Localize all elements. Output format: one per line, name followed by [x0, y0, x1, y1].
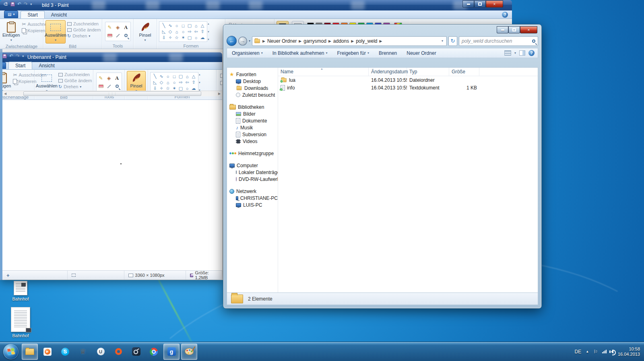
desktop-icon-bahnhof-1[interactable]: Bahnhof [3, 281, 38, 301]
tab-ansicht[interactable]: Ansicht [45, 11, 73, 19]
sidebar-item-videos[interactable]: Videos [229, 138, 278, 145]
search-input[interactable]: poly_weld durchsuchen [459, 36, 538, 46]
burn-button[interactable]: Brennen [374, 48, 402, 58]
taskbar-chrome-icon[interactable] [146, 344, 162, 360]
fill-bucket-icon[interactable]: ◈ [114, 24, 122, 31]
taskbar-explorer-icon[interactable] [22, 344, 38, 360]
shape-polygon-icon[interactable]: ⌂ [193, 23, 199, 29]
shape-line-icon[interactable]: ╲ [152, 73, 158, 79]
shape-speech-oval-icon[interactable]: ○ [193, 35, 199, 41]
shape-diamond-icon[interactable]: ◇ [158, 79, 165, 85]
resize-button[interactable]: Größe ändern [67, 27, 101, 32]
shape-hexagon-icon[interactable]: ○ [180, 29, 186, 35]
breadcrumb-item[interactable]: addons [333, 38, 349, 44]
shape-arrow-up-icon[interactable]: ⇧ [190, 79, 197, 85]
text-tool-icon[interactable]: A [114, 75, 121, 82]
sidebar-section-netzwerk[interactable]: Netzwerk [229, 188, 278, 195]
magnifier-icon[interactable] [114, 83, 121, 90]
column-type[interactable]: Typ [407, 68, 449, 76]
save-icon[interactable] [2, 54, 7, 58]
rotate-button[interactable]: ↻Drehen ▾ [67, 33, 101, 38]
sidebar-item-downloads[interactable]: Downloads [229, 85, 278, 91]
fill-bucket-icon[interactable]: ◈ [105, 75, 113, 82]
taskbar-steam-icon[interactable] [128, 344, 144, 360]
shape-pentagon-icon[interactable]: ⌂ [173, 29, 180, 35]
taskbar-skype-icon[interactable]: S [57, 344, 73, 360]
address-dropdown-icon[interactable]: ▾ [440, 39, 445, 43]
sidebar-item-dokumente[interactable]: Dokumente [229, 117, 278, 124]
shape-rounded-rect-icon[interactable]: ▢ [178, 73, 184, 79]
qat-dropdown-icon[interactable]: ▾ [30, 2, 32, 6]
shape-speech-rect-icon[interactable]: ▢ [186, 35, 193, 41]
text-tool-icon[interactable]: A [122, 24, 130, 31]
tab-start[interactable]: Start [8, 62, 32, 69]
clock[interactable]: 10:58 16.04.2013 [618, 346, 640, 357]
help-icon[interactable]: ? [502, 12, 508, 18]
close-button[interactable]: × [520, 26, 537, 33]
shape-ellipse-icon[interactable]: ○ [165, 73, 171, 79]
sidebar-item-zuletzt-besucht[interactable]: Zuletzt besucht [229, 91, 278, 98]
sidebar-item-bilder[interactable]: Bilder [229, 110, 278, 117]
fill-button[interactable]: Füllen▾ [220, 81, 222, 85]
shape-diamond-icon[interactable]: ◇ [167, 29, 173, 35]
forward-button[interactable]: → [238, 37, 247, 46]
shape-star4-icon[interactable]: ✧ [167, 35, 173, 41]
scroll-left-icon[interactable]: ◀ [2, 91, 8, 96]
paste-button[interactable]: Einfügen▾ [2, 20, 20, 44]
address-bar[interactable]: ▶ Neuer Ordner ▶ garrysmod ▶ addons ▶ po… [252, 36, 447, 46]
refresh-button[interactable]: ↻ [448, 36, 457, 46]
sidebar-item-lokaler-datentraeger[interactable]: Lokaler Datenträger [229, 169, 278, 176]
sidebar-item-dvd-laufwerk[interactable]: DVD-RW-Laufwerk ( [229, 176, 278, 183]
sidebar-item-luis-pc[interactable]: LUIS-PC [229, 201, 278, 208]
preview-pane-icon[interactable] [519, 50, 525, 56]
sidebar-item-subversion[interactable]: Subversion [229, 131, 278, 138]
app-menu-button[interactable]: ▤ ▾ [4, 10, 18, 18]
add-to-library-menu[interactable]: In Bibliothek aufnehmen▾ [268, 48, 332, 58]
shape-ellipse-icon[interactable]: ○ [173, 23, 180, 29]
shape-arrow-right-icon[interactable]: ⇨ [186, 29, 193, 35]
paint-canvas[interactable] [2, 100, 222, 265]
action-center-flag-icon[interactable]: ⚐ [593, 349, 598, 355]
sidebar-item-musik[interactable]: ♪Musik [229, 124, 278, 131]
search-icon[interactable] [532, 39, 535, 43]
magnifier-icon[interactable] [122, 32, 130, 39]
help-icon[interactable]: ? [528, 50, 535, 56]
nav-dropdown-icon[interactable]: ▾ [249, 39, 250, 43]
column-name[interactable]: Name [278, 68, 369, 76]
rotate-button[interactable]: ↻Drehen ▾ [58, 84, 92, 89]
scroll-right-icon[interactable]: ▶ [217, 91, 222, 96]
shape-rectangle-icon[interactable]: □ [171, 73, 178, 79]
share-menu[interactable]: Freigeben für▾ [332, 48, 374, 58]
shape-pentagon-icon[interactable]: ⌂ [165, 79, 171, 85]
file-row-lua[interactable]: ✓lua 16.04.2013 10:55 Dateiordner [278, 76, 538, 84]
undo-icon[interactable]: ↶ [17, 2, 21, 6]
crop-button[interactable]: Zuschneiden [67, 21, 101, 26]
change-view-icon[interactable] [504, 50, 511, 56]
eraser-icon[interactable] [97, 83, 105, 90]
shape-star5-icon[interactable]: ☆ [173, 35, 180, 41]
speaker-icon[interactable] [611, 350, 613, 354]
network-signal-icon[interactable] [602, 350, 607, 353]
outline-button[interactable]: Umriss▾ [220, 73, 222, 78]
sidebar-item-desktop[interactable]: Desktop [229, 78, 278, 85]
save-icon[interactable] [10, 2, 15, 6]
shape-arrow-right-icon[interactable]: ⇨ [178, 79, 184, 85]
qat-dropdown-icon[interactable]: ▾ [22, 54, 24, 58]
shape-rounded-rect-icon[interactable]: ▢ [186, 23, 193, 29]
shape-arrow-up-icon[interactable]: ⇧ [199, 29, 206, 35]
minimize-button[interactable] [462, 0, 474, 8]
color-picker-icon[interactable] [114, 32, 122, 39]
resize-button[interactable]: Größe ändern [58, 78, 92, 83]
shape-curve-icon[interactable]: ∿ [167, 23, 173, 29]
sidebar-section-computer[interactable]: Computer [229, 162, 278, 169]
shape-rectangle-icon[interactable]: □ [180, 23, 186, 29]
redo-icon[interactable]: ↷ [16, 54, 20, 58]
shapes-scroll[interactable]: ▴▾▾ [207, 21, 210, 42]
tab-start[interactable]: Start [21, 11, 44, 19]
brush-button[interactable]: Pinsel▾ [136, 20, 155, 44]
shape-right-triangle-icon[interactable]: ◺ [161, 29, 167, 35]
shape-star6-icon[interactable]: ✶ [180, 35, 186, 41]
shape-arrow-left-icon[interactable]: ⇦ [184, 79, 190, 85]
new-folder-button[interactable]: Neuer Ordner [402, 48, 441, 58]
close-button[interactable]: × [486, 0, 503, 8]
